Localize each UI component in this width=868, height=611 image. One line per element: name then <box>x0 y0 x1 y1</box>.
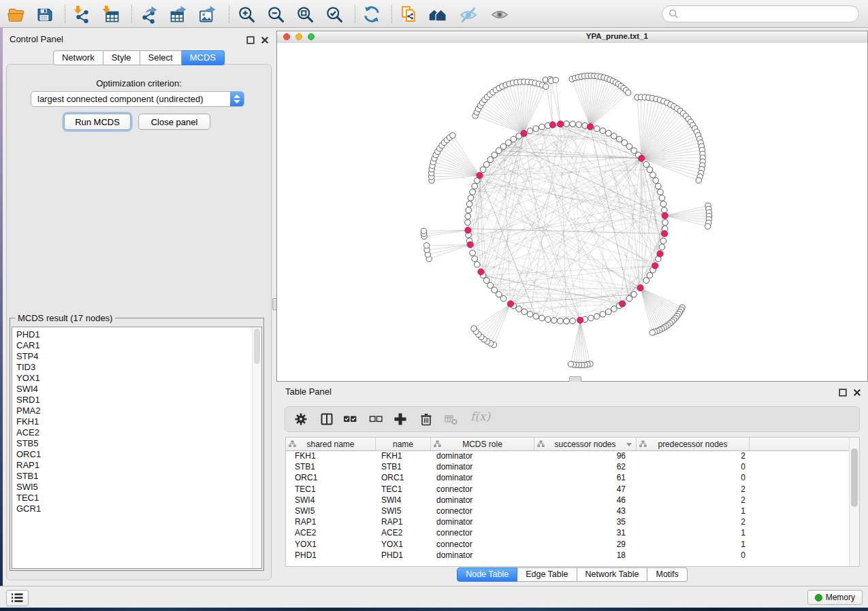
column-header-successor-nodes[interactable]: successor nodes <box>534 437 637 450</box>
tab-node-table[interactable]: Node Table <box>457 567 517 582</box>
table-cell[interactable]: SWI4 <box>286 495 376 505</box>
show-all-button[interactable] <box>489 3 511 25</box>
table-cell[interactable]: ACE2 <box>286 528 376 538</box>
tab-network[interactable]: Network <box>53 50 103 65</box>
table-cell[interactable]: dominator <box>431 517 534 527</box>
table-row[interactable]: ACE2ACE2connector311 <box>286 527 850 538</box>
table-cell[interactable]: ORC1 <box>286 473 376 482</box>
table-cell[interactable]: ORC1 <box>376 473 431 482</box>
table-cell[interactable]: RAP1 <box>376 517 431 527</box>
close-window-icon[interactable] <box>283 33 290 40</box>
mcds-result-item[interactable]: YOX1 <box>16 373 261 384</box>
table-cell[interactable]: 61 <box>534 473 637 482</box>
tab-edge-table[interactable]: Edge Table <box>517 567 577 582</box>
mcds-result-item[interactable]: SWI4 <box>16 384 261 395</box>
table-cell[interactable]: dominator <box>431 495 534 505</box>
table-cell[interactable]: STB1 <box>376 462 431 472</box>
run-mcds-button[interactable]: Run MCDS <box>64 114 131 130</box>
function-builder-button[interactable]: f(x) <box>470 410 490 423</box>
table-cell[interactable]: SWI5 <box>286 506 376 516</box>
table-cell[interactable]: 1 <box>637 540 750 549</box>
mcds-result-item[interactable]: ACE2 <box>16 427 261 438</box>
delete-columns-button[interactable] <box>419 412 435 428</box>
table-cell[interactable]: 29 <box>534 540 637 549</box>
table-cell[interactable]: 35 <box>534 517 637 527</box>
table-row[interactable]: YOX1YOX1connector291 <box>286 539 850 550</box>
export-network-button[interactable] <box>138 3 160 25</box>
table-cell[interactable]: 0 <box>637 462 750 472</box>
apply-layout-button[interactable] <box>361 3 383 25</box>
table-cell[interactable]: YOX1 <box>376 540 431 549</box>
column-header-shared-name[interactable]: shared name <box>286 437 376 450</box>
table-cell[interactable]: PHD1 <box>376 550 431 560</box>
network-canvas[interactable] <box>277 43 867 381</box>
clone-network-button[interactable] <box>398 3 419 25</box>
table-cell[interactable]: FKH1 <box>376 451 431 461</box>
mcds-result-item[interactable]: STB1 <box>16 471 261 482</box>
table-cell[interactable]: dominator <box>431 462 534 472</box>
table-cell[interactable]: 47 <box>534 484 637 494</box>
mcds-result-item[interactable]: CAR1 <box>16 340 261 351</box>
tab-network-table[interactable]: Network Table <box>577 567 648 582</box>
table-cell[interactable]: dominator <box>431 451 534 461</box>
maximize-window-icon[interactable] <box>308 33 315 40</box>
table-row[interactable]: SWI5SWI5connector431 <box>286 506 850 516</box>
table-cell[interactable]: dominator <box>431 550 534 560</box>
tab-style[interactable]: Style <box>103 50 140 65</box>
table-row[interactable]: FKH1FKH1dominator962 <box>286 450 850 461</box>
mcds-result-item[interactable]: PMA2 <box>16 406 261 416</box>
toggle-columns-button[interactable] <box>319 412 336 428</box>
mcds-result-item[interactable]: GCR1 <box>16 503 261 514</box>
column-header-predecessor-nodes[interactable]: predecessor nodes <box>637 437 750 450</box>
mcds-result-item[interactable]: STP4 <box>16 351 261 362</box>
select-all-columns-button[interactable] <box>342 412 359 428</box>
hide-selected-button[interactable] <box>457 3 479 25</box>
zoom-in-button[interactable] <box>236 3 257 25</box>
column-header-MCDS-role[interactable]: MCDS role <box>431 437 534 450</box>
table-cell[interactable]: 2 <box>637 484 750 494</box>
table-cell[interactable]: 18 <box>534 550 637 560</box>
table-cell[interactable]: connector <box>431 484 534 494</box>
table-row[interactable]: PHD1PHD1dominator180 <box>286 550 850 561</box>
table-row[interactable]: RAP1RAP1dominator352 <box>286 516 850 527</box>
mcds-result-item[interactable]: RAP1 <box>16 460 261 471</box>
table-cell[interactable]: TEC1 <box>376 484 431 494</box>
mcds-result-item[interactable]: STB5 <box>16 438 261 449</box>
tab-motifs[interactable]: Motifs <box>647 567 687 582</box>
table-cell[interactable]: connector <box>431 540 534 549</box>
table-cell[interactable]: 62 <box>534 462 637 472</box>
table-cell[interactable]: 43 <box>534 506 637 516</box>
create-column-button[interactable] <box>393 412 409 428</box>
memory-button[interactable]: Memory <box>807 590 863 605</box>
delete-table-button[interactable] <box>443 412 460 428</box>
import-network-button[interactable] <box>71 3 93 25</box>
table-cell[interactable]: 2 <box>637 517 750 527</box>
mcds-result-item[interactable]: ORC1 <box>16 449 261 460</box>
zoom-fit-button[interactable] <box>294 3 316 25</box>
save-session-button[interactable] <box>34 3 56 25</box>
tab-mcds[interactable]: MCDS <box>182 50 225 65</box>
table-options-button[interactable] <box>293 412 310 428</box>
table-cell[interactable]: PHD1 <box>286 550 376 560</box>
table-cell[interactable]: 0 <box>637 473 750 482</box>
table-cell[interactable]: 0 <box>637 550 750 560</box>
mcds-result-item[interactable]: SRD1 <box>16 395 261 406</box>
table-cell[interactable]: SWI5 <box>376 506 431 516</box>
scrollbar-thumb[interactable] <box>254 329 260 364</box>
table-cell[interactable]: 31 <box>534 528 637 538</box>
table-row[interactable]: TEC1TEC1connector472 <box>286 484 850 495</box>
table-cell[interactable]: FKH1 <box>286 451 376 461</box>
table-cell[interactable]: connector <box>431 506 534 516</box>
table-row[interactable]: STB1STB1dominator620 <box>286 461 850 472</box>
column-header-name[interactable]: name <box>376 437 431 450</box>
table-cell[interactable]: 46 <box>534 495 637 505</box>
import-table-button[interactable] <box>100 3 122 25</box>
show-task-history-button[interactable] <box>6 590 29 606</box>
zoom-out-button[interactable] <box>265 3 287 25</box>
close-panel-icon[interactable] <box>853 387 861 395</box>
table-row[interactable]: ORC1ORC1dominator610 <box>286 472 850 483</box>
table-cell[interactable]: dominator <box>431 473 534 482</box>
table-cell[interactable]: RAP1 <box>286 517 376 527</box>
table-cell[interactable]: ACE2 <box>376 528 431 538</box>
close-panel-icon[interactable] <box>261 35 269 43</box>
